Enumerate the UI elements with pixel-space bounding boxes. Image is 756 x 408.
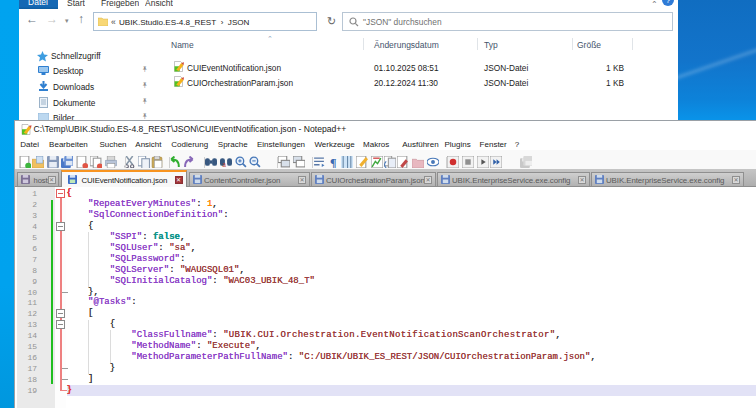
svg-text:a: a	[222, 161, 226, 168]
svg-text:¶: ¶	[330, 156, 336, 168]
